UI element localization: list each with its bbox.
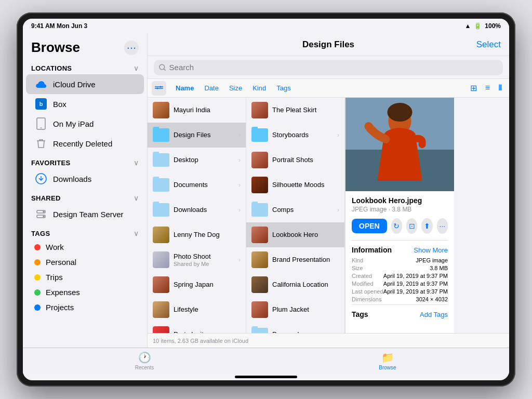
sidebar-item-personal[interactable]: Personal	[26, 255, 144, 270]
file-item-lifestyle[interactable]: Lifestyle	[148, 297, 246, 322]
file-item-spring-japan[interactable]: Spring Japan	[148, 272, 246, 297]
sidebar-item-ipad[interactable]: On My iPad	[26, 114, 144, 134]
proposals-name: Proposals	[272, 330, 337, 333]
dimensions-label: Dimensions	[352, 296, 381, 302]
icloud-label: iCloud Drive	[53, 80, 96, 89]
california-thumbnail	[251, 276, 268, 293]
created-label: Created	[352, 273, 372, 279]
documents-icon	[153, 177, 169, 193]
sort-size-button[interactable]: Size	[224, 82, 247, 94]
grid-view-button[interactable]: ⊞	[467, 81, 480, 95]
tab-browse[interactable]: 📁 Browse	[266, 351, 509, 370]
preview-filetype: JPEG image · 3.8 MB	[352, 206, 448, 213]
storyboards-name: Storyboards	[272, 131, 337, 139]
sort-kind-button[interactable]: Kind	[247, 82, 271, 94]
search-bar[interactable]	[154, 60, 503, 75]
shared-section-header: Shared ∨	[23, 189, 147, 204]
tags-section-title: Tags	[352, 310, 368, 318]
list-view-button[interactable]: ≡	[482, 81, 493, 95]
pleat-skirt-name: The Pleat Skirt	[272, 106, 339, 114]
modified-value: April 19, 2019 at 9:37 PM	[383, 281, 448, 287]
portrait-shots-name: Portrait Shots	[272, 156, 339, 164]
tags-section-header: Tags ∨	[23, 224, 147, 240]
favorites-title: Favorites	[31, 159, 70, 167]
file-item-documents[interactable]: Documents ›	[148, 172, 246, 197]
proposals-icon	[251, 326, 268, 333]
file-item-design-files[interactable]: Design Files ›	[148, 123, 246, 148]
sidebar-item-expenses[interactable]: Expenses	[26, 285, 144, 300]
status-time: 9:41 AM Mon Jun 3	[31, 22, 87, 30]
photo-shoot-thumbnail	[153, 251, 169, 268]
wifi-icon: ▲	[464, 22, 471, 30]
sidebar-item-box[interactable]: b Box	[26, 94, 144, 114]
information-header: Information Show More	[352, 246, 448, 254]
last-opened-value: April 19, 2019 at 9:37 PM	[383, 288, 448, 295]
photo-shoot-sublabel: Shared by Me	[174, 261, 238, 267]
plum-thumbnail	[251, 301, 268, 318]
file-column-1: Mayuri India Design Files ›	[148, 98, 246, 333]
status-text: 10 items, 2.63 GB available on iCloud	[153, 338, 248, 344]
file-item-proposals[interactable]: Proposals ›	[246, 322, 344, 333]
status-indicators: ▲ 🔋 100%	[464, 22, 501, 30]
box-icon: b	[34, 97, 48, 111]
file-item-photo-shoot[interactable]: Photo Shoot Shared by Me ›	[148, 247, 246, 272]
info-row-kind: Kind JPEG image	[352, 257, 448, 263]
file-item-silhouette-moods[interactable]: Silhouette Moods	[246, 172, 344, 197]
file-item-party-invite[interactable]: Party Invite	[148, 322, 246, 333]
crop-icon-btn[interactable]: ⊡	[406, 218, 417, 234]
sort-tags-button[interactable]: Tags	[271, 82, 296, 94]
trips-label: Trips	[46, 273, 63, 282]
file-item-comps[interactable]: Comps ›	[246, 197, 344, 222]
sidebar-item-downloads[interactable]: Downloads	[26, 169, 144, 189]
file-item-downloads2[interactable]: Downloads ›	[148, 197, 246, 222]
file-item-storyboards[interactable]: Storyboards ›	[246, 123, 344, 148]
storyboards-icon	[251, 127, 268, 143]
open-button[interactable]: OPEN	[352, 219, 387, 233]
share-icon-btn[interactable]: ⬆	[421, 218, 432, 234]
file-item-mayuri[interactable]: Mayuri India	[148, 98, 246, 123]
locations-section-header: Locations ∨	[23, 59, 147, 74]
recents-icon: 🕐	[138, 351, 151, 364]
sort-date-button[interactable]: Date	[199, 82, 223, 94]
more-icon-btn[interactable]: ···	[437, 218, 448, 234]
documents-name: Documents	[174, 181, 238, 189]
locations-chevron: ∨	[134, 64, 139, 72]
search-input[interactable]	[169, 63, 498, 72]
expenses-label: Expenses	[46, 288, 80, 297]
filter-icon-btn[interactable]	[152, 81, 166, 96]
file-item-california-location[interactable]: California Location	[246, 272, 344, 297]
sidebar-item-work[interactable]: Work	[26, 240, 144, 255]
sidebar-title: Browse	[31, 39, 80, 56]
sidebar-item-trips[interactable]: Trips	[26, 270, 144, 285]
rotate-icon-btn[interactable]: ↻	[391, 218, 402, 234]
silhouette-moods-name: Silhouette Moods	[272, 181, 339, 189]
show-more-link[interactable]: Show More	[414, 246, 448, 254]
size-label: Size	[352, 265, 363, 271]
preview-info: Lookbook Hero.jpeg JPEG image · 3.8 MB O…	[345, 191, 454, 324]
sidebar-item-deleted[interactable]: Recently Deleted	[26, 134, 144, 153]
trash-icon	[34, 137, 48, 150]
portrait-shots-thumbnail	[251, 152, 268, 168]
file-item-brand-presentation[interactable]: Brand Presentation	[246, 247, 344, 272]
sidebar-item-design-team[interactable]: Design Team Server	[26, 204, 144, 224]
file-item-plum-jacket[interactable]: Plum Jacket	[246, 297, 344, 322]
file-item-lookbook-hero[interactable]: Lookbook Hero	[246, 222, 344, 247]
sidebar-item-icloud[interactable]: iCloud Drive	[26, 74, 144, 94]
file-item-lenny[interactable]: Lenny The Dog	[148, 222, 246, 247]
sidebar-item-projects[interactable]: Projects	[26, 300, 144, 315]
file-item-pleat-skirt[interactable]: The Pleat Skirt	[246, 98, 344, 123]
file-item-portrait-shots[interactable]: Portrait Shots	[246, 148, 344, 172]
mayuri-name: Mayuri India	[174, 106, 241, 114]
sort-name-button[interactable]: Name	[170, 82, 199, 94]
file-item-desktop[interactable]: Desktop ›	[148, 148, 246, 172]
tab-recents[interactable]: 🕐 Recents	[23, 351, 266, 370]
tags-header: Tags Add Tags	[352, 310, 448, 318]
select-button[interactable]: Select	[476, 39, 501, 50]
ipad-icon	[34, 117, 48, 130]
add-tags-link[interactable]: Add Tags	[420, 311, 448, 318]
kind-label: Kind	[352, 257, 363, 263]
screen: 9:41 AM Mon Jun 3 ▲ 🔋 100% Browse ··· Lo…	[23, 19, 509, 380]
column-view-button[interactable]: ⫴	[495, 81, 505, 95]
sidebar-more-button[interactable]: ···	[124, 41, 139, 55]
shared-chevron: ∨	[134, 194, 139, 202]
